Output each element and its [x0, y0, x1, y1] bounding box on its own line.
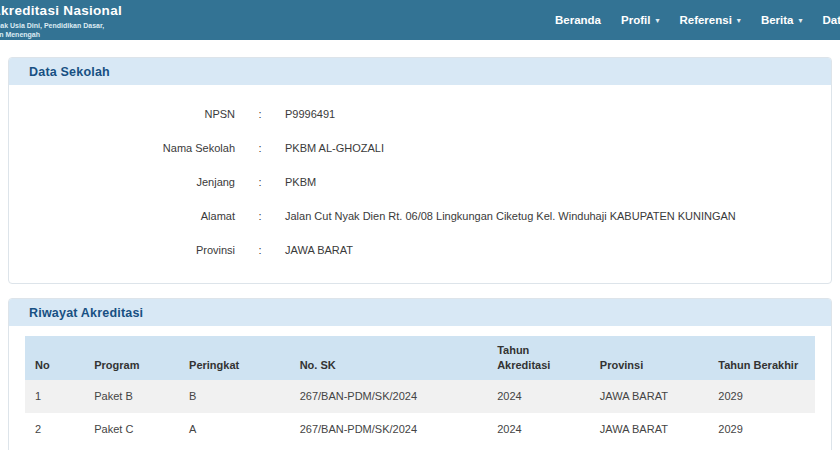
riwayat-akreditasi-card: Riwayat Akreditasi No Program Peringkat … — [8, 298, 832, 450]
field-separator: : — [235, 208, 285, 224]
field-value: Jalan Cut Nyak Dien Rt. 06/08 Lingkungan… — [285, 208, 831, 224]
chevron-down-icon: ▾ — [737, 17, 741, 25]
cell-peringkat: A — [179, 413, 290, 446]
cell-tahun-akreditasi: 2024 — [487, 413, 590, 446]
nav-item-referensi[interactable]: Referensi ▾ — [679, 14, 740, 26]
field-row-jenjang: Jenjang : PKBM — [9, 165, 831, 199]
riwayat-table-wrap: No Program Peringkat No. SK Tahun Akredi… — [9, 326, 831, 450]
cell-tahun-akreditasi: 2024 — [487, 380, 590, 413]
brand-title: Akreditasi Nasional — [0, 4, 122, 18]
field-label: Provinsi — [9, 242, 235, 258]
main-nav: Beranda Profil ▾ Referensi ▾ Berita ▾ Da… — [555, 0, 840, 40]
nav-label-profil: Profil — [621, 14, 650, 26]
field-value: PKBM AL-GHOZALI — [285, 140, 831, 156]
field-separator: : — [235, 140, 285, 156]
field-label: Jenjang — [9, 174, 235, 190]
brand-logo[interactable]: Akreditasi Nasional Anak Usia Dini, Pend… — [0, 4, 122, 39]
cell-tahun-berakhir: 2029 — [708, 413, 815, 446]
table-row: 2 Paket C A 267/BAN-PDM/SK/2024 2024 JAW… — [25, 413, 815, 446]
field-row-nama-sekolah: Nama Sekolah : PKBM AL-GHOZALI — [9, 131, 831, 165]
brand-subtitle-line1: Anak Usia Dini, Pendidikan Dasar, — [0, 21, 122, 30]
cell-program: Paket C — [84, 413, 179, 446]
field-value: P9996491 — [285, 106, 831, 122]
data-sekolah-title: Data Sekolah — [9, 58, 831, 85]
cell-provinsi: JAWA BARAT — [590, 380, 709, 413]
top-navbar: Akreditasi Nasional Anak Usia Dini, Pend… — [0, 0, 840, 40]
field-row-npsn: NPSN : P9996491 — [9, 97, 831, 131]
table-header-row: No Program Peringkat No. SK Tahun Akredi… — [25, 336, 815, 380]
riwayat-akreditasi-title: Riwayat Akreditasi — [9, 299, 831, 326]
nav-label-data-akreditasi: Data Akreditasi — [823, 14, 840, 26]
data-sekolah-fields: NPSN : P9996491 Nama Sekolah : PKBM AL-G… — [9, 85, 831, 283]
nav-label-berita: Berita — [761, 14, 794, 26]
nav-item-data-akreditasi[interactable]: Data Akreditasi — [823, 14, 840, 26]
cell-no-sk: 267/BAN-PDM/SK/2024 — [290, 413, 488, 446]
col-header-tahun-berakhir: Tahun Berakhir — [708, 336, 815, 380]
cell-tahun-berakhir: 2029 — [708, 380, 815, 413]
table-row: 1 Paket B B 267/BAN-PDM/SK/2024 2024 JAW… — [25, 380, 815, 413]
field-row-provinsi: Provinsi : JAWA BARAT — [9, 233, 831, 267]
brand-subtitle-line2: dan Menengah — [0, 30, 122, 39]
col-header-no: No — [25, 336, 84, 380]
nav-label-referensi: Referensi — [679, 14, 731, 26]
field-value: PKBM — [285, 174, 831, 190]
field-separator: : — [235, 242, 285, 258]
col-header-no-sk: No. SK — [290, 336, 488, 380]
nav-item-beranda[interactable]: Beranda — [555, 14, 601, 26]
field-label: Nama Sekolah — [9, 140, 235, 156]
nav-item-berita[interactable]: Berita ▾ — [761, 14, 803, 26]
cell-peringkat: B — [179, 380, 290, 413]
col-header-provinsi: Provinsi — [590, 336, 709, 380]
field-label: Alamat — [9, 208, 235, 224]
page-content: Data Sekolah NPSN : P9996491 Nama Sekola… — [0, 40, 840, 450]
chevron-down-icon: ▾ — [798, 17, 802, 25]
nav-label-beranda: Beranda — [555, 14, 601, 26]
field-value: JAWA BARAT — [285, 242, 831, 258]
cell-program: Paket B — [84, 380, 179, 413]
col-header-tahun-akreditasi: Tahun Akreditasi — [487, 336, 590, 380]
field-separator: : — [235, 106, 285, 122]
field-row-alamat: Alamat : Jalan Cut Nyak Dien Rt. 06/08 L… — [9, 199, 831, 233]
cell-no: 2 — [25, 413, 84, 446]
field-label: NPSN — [9, 106, 235, 122]
chevron-down-icon: ▾ — [655, 17, 659, 25]
col-header-program: Program — [84, 336, 179, 380]
cell-no: 1 — [25, 380, 84, 413]
cell-provinsi: JAWA BARAT — [590, 413, 709, 446]
nav-item-profil[interactable]: Profil ▾ — [621, 14, 659, 26]
riwayat-table: No Program Peringkat No. SK Tahun Akredi… — [25, 336, 815, 446]
col-header-peringkat: Peringkat — [179, 336, 290, 380]
data-sekolah-card: Data Sekolah NPSN : P9996491 Nama Sekola… — [8, 57, 832, 284]
field-separator: : — [235, 174, 285, 190]
cell-no-sk: 267/BAN-PDM/SK/2024 — [290, 380, 488, 413]
